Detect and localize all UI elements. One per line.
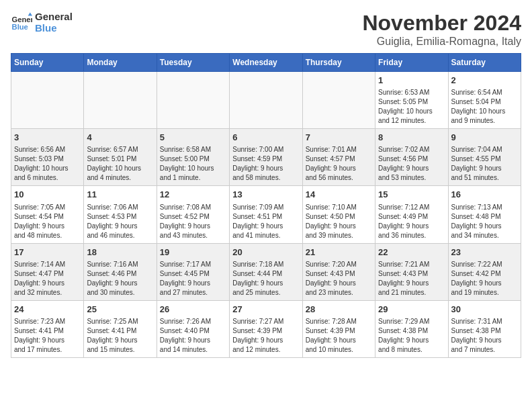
- day-number: 27: [232, 304, 299, 316]
- day-number: 21: [306, 246, 372, 259]
- day-info: Sunrise: 7:02 AM Sunset: 4:56 PM Dayligh…: [378, 145, 445, 183]
- calendar-cell: 22Sunrise: 7:21 AM Sunset: 4:43 PM Dayli…: [375, 243, 448, 300]
- calendar-cell: [84, 72, 157, 129]
- calendar-week-row: 24Sunrise: 7:23 AM Sunset: 4:41 PM Dayli…: [11, 300, 521, 357]
- day-info: Sunrise: 6:56 AM Sunset: 5:03 PM Dayligh…: [14, 145, 81, 183]
- day-number: 14: [306, 189, 372, 201]
- title-section: November 2024 Guiglia, Emilia-Romagna, I…: [362, 11, 521, 48]
- calendar-cell: 1Sunrise: 6:53 AM Sunset: 5:05 PM Daylig…: [375, 72, 448, 129]
- day-number: 3: [14, 132, 81, 144]
- day-number: 11: [87, 189, 153, 201]
- calendar-cell: [302, 72, 375, 129]
- weekday-header-saturday: Saturday: [448, 54, 521, 72]
- calendar-cell: 14Sunrise: 7:10 AM Sunset: 4:50 PM Dayli…: [302, 186, 375, 243]
- weekday-header-friday: Friday: [375, 54, 448, 72]
- calendar-cell: 23Sunrise: 7:22 AM Sunset: 4:42 PM Dayli…: [448, 243, 521, 300]
- calendar-cell: 8Sunrise: 7:02 AM Sunset: 4:56 PM Daylig…: [375, 129, 448, 186]
- calendar-cell: 26Sunrise: 7:26 AM Sunset: 4:40 PM Dayli…: [157, 300, 229, 357]
- day-info: Sunrise: 7:23 AM Sunset: 4:41 PM Dayligh…: [14, 317, 81, 355]
- day-info: Sunrise: 7:18 AM Sunset: 4:44 PM Dayligh…: [232, 260, 299, 298]
- day-number: 13: [232, 189, 299, 201]
- day-number: 10: [14, 189, 81, 201]
- day-number: 18: [87, 246, 153, 259]
- day-info: Sunrise: 7:14 AM Sunset: 4:47 PM Dayligh…: [14, 260, 81, 298]
- calendar-cell: 28Sunrise: 7:28 AM Sunset: 4:39 PM Dayli…: [302, 300, 375, 357]
- calendar-week-row: 17Sunrise: 7:14 AM Sunset: 4:47 PM Dayli…: [11, 243, 521, 300]
- day-number: 8: [378, 132, 445, 144]
- calendar-cell: 2Sunrise: 6:54 AM Sunset: 5:04 PM Daylig…: [448, 72, 521, 129]
- calendar-week-row: 10Sunrise: 7:05 AM Sunset: 4:54 PM Dayli…: [11, 186, 521, 243]
- svg-marker-2: [28, 13, 32, 16]
- calendar-cell: 11Sunrise: 7:06 AM Sunset: 4:53 PM Dayli…: [84, 186, 157, 243]
- page-header: General Blue General Blue November 2024 …: [11, 11, 521, 48]
- day-number: 4: [87, 132, 153, 144]
- location-subtitle: Guiglia, Emilia-Romagna, Italy: [362, 36, 521, 48]
- day-info: Sunrise: 7:13 AM Sunset: 4:48 PM Dayligh…: [451, 203, 518, 240]
- day-number: 1: [378, 75, 445, 87]
- logo: General Blue General Blue: [11, 11, 73, 34]
- calendar-cell: [230, 72, 302, 129]
- calendar-week-row: 3Sunrise: 6:56 AM Sunset: 5:03 PM Daylig…: [11, 129, 521, 186]
- day-number: 9: [451, 132, 518, 144]
- day-info: Sunrise: 7:09 AM Sunset: 4:51 PM Dayligh…: [232, 203, 299, 240]
- calendar-cell: 21Sunrise: 7:20 AM Sunset: 4:43 PM Dayli…: [302, 243, 375, 300]
- weekday-header-monday: Monday: [84, 54, 157, 72]
- weekday-header-thursday: Thursday: [302, 54, 375, 72]
- calendar-cell: 17Sunrise: 7:14 AM Sunset: 4:47 PM Dayli…: [11, 243, 84, 300]
- calendar-cell: 5Sunrise: 6:58 AM Sunset: 5:00 PM Daylig…: [157, 129, 229, 186]
- day-info: Sunrise: 7:05 AM Sunset: 4:54 PM Dayligh…: [14, 203, 81, 240]
- day-number: 6: [232, 132, 299, 144]
- weekday-header-wednesday: Wednesday: [230, 54, 302, 72]
- calendar-cell: 4Sunrise: 6:57 AM Sunset: 5:01 PM Daylig…: [84, 129, 157, 186]
- day-number: 16: [451, 189, 518, 201]
- month-title: November 2024: [362, 11, 521, 36]
- day-number: 19: [160, 246, 226, 259]
- calendar-table: SundayMondayTuesdayWednesdayThursdayFrid…: [11, 53, 521, 358]
- day-number: 20: [232, 246, 299, 259]
- day-info: Sunrise: 7:26 AM Sunset: 4:40 PM Dayligh…: [160, 317, 226, 355]
- day-info: Sunrise: 7:28 AM Sunset: 4:39 PM Dayligh…: [306, 317, 372, 355]
- calendar-cell: 7Sunrise: 7:01 AM Sunset: 4:57 PM Daylig…: [302, 129, 375, 186]
- day-number: 30: [451, 304, 518, 316]
- day-number: 12: [160, 189, 226, 201]
- day-info: Sunrise: 7:27 AM Sunset: 4:39 PM Dayligh…: [232, 317, 299, 355]
- day-number: 28: [306, 304, 372, 316]
- day-info: Sunrise: 7:29 AM Sunset: 4:38 PM Dayligh…: [378, 317, 445, 355]
- day-info: Sunrise: 7:08 AM Sunset: 4:52 PM Dayligh…: [160, 203, 226, 240]
- day-number: 15: [378, 189, 445, 201]
- calendar-cell: 12Sunrise: 7:08 AM Sunset: 4:52 PM Dayli…: [157, 186, 229, 243]
- day-info: Sunrise: 7:22 AM Sunset: 4:42 PM Dayligh…: [451, 260, 518, 298]
- svg-text:Blue: Blue: [12, 23, 28, 31]
- day-number: 29: [378, 304, 445, 316]
- day-info: Sunrise: 6:57 AM Sunset: 5:01 PM Dayligh…: [87, 145, 153, 183]
- day-info: Sunrise: 7:04 AM Sunset: 4:55 PM Dayligh…: [451, 145, 518, 183]
- logo-icon: General Blue: [11, 11, 32, 33]
- day-info: Sunrise: 7:16 AM Sunset: 4:46 PM Dayligh…: [87, 260, 153, 298]
- calendar-cell: 20Sunrise: 7:18 AM Sunset: 4:44 PM Dayli…: [230, 243, 302, 300]
- logo-line2: Blue: [35, 22, 73, 34]
- day-info: Sunrise: 7:06 AM Sunset: 4:53 PM Dayligh…: [87, 203, 153, 240]
- day-number: 5: [160, 132, 226, 144]
- calendar-cell: 27Sunrise: 7:27 AM Sunset: 4:39 PM Dayli…: [230, 300, 302, 357]
- svg-text:General: General: [12, 15, 32, 24]
- day-info: Sunrise: 7:12 AM Sunset: 4:49 PM Dayligh…: [378, 203, 445, 240]
- weekday-header-sunday: Sunday: [11, 54, 84, 72]
- calendar-cell: 3Sunrise: 6:56 AM Sunset: 5:03 PM Daylig…: [11, 129, 84, 186]
- day-info: Sunrise: 7:31 AM Sunset: 4:38 PM Dayligh…: [451, 317, 518, 355]
- day-number: 24: [14, 304, 81, 316]
- day-info: Sunrise: 7:10 AM Sunset: 4:50 PM Dayligh…: [306, 203, 372, 240]
- calendar-cell: 18Sunrise: 7:16 AM Sunset: 4:46 PM Dayli…: [84, 243, 157, 300]
- calendar-cell: 25Sunrise: 7:25 AM Sunset: 4:41 PM Dayli…: [84, 300, 157, 357]
- day-number: 25: [87, 304, 153, 316]
- calendar-cell: 19Sunrise: 7:17 AM Sunset: 4:45 PM Dayli…: [157, 243, 229, 300]
- day-number: 7: [306, 132, 372, 144]
- day-info: Sunrise: 7:25 AM Sunset: 4:41 PM Dayligh…: [87, 317, 153, 355]
- day-info: Sunrise: 7:00 AM Sunset: 4:59 PM Dayligh…: [232, 145, 299, 183]
- day-info: Sunrise: 7:20 AM Sunset: 4:43 PM Dayligh…: [306, 260, 372, 298]
- calendar-week-row: 1Sunrise: 6:53 AM Sunset: 5:05 PM Daylig…: [11, 72, 521, 129]
- calendar-cell: 9Sunrise: 7:04 AM Sunset: 4:55 PM Daylig…: [448, 129, 521, 186]
- calendar-cell: [157, 72, 229, 129]
- calendar-cell: 16Sunrise: 7:13 AM Sunset: 4:48 PM Dayli…: [448, 186, 521, 243]
- day-info: Sunrise: 6:58 AM Sunset: 5:00 PM Dayligh…: [160, 145, 226, 183]
- calendar-header-row: SundayMondayTuesdayWednesdayThursdayFrid…: [11, 54, 521, 72]
